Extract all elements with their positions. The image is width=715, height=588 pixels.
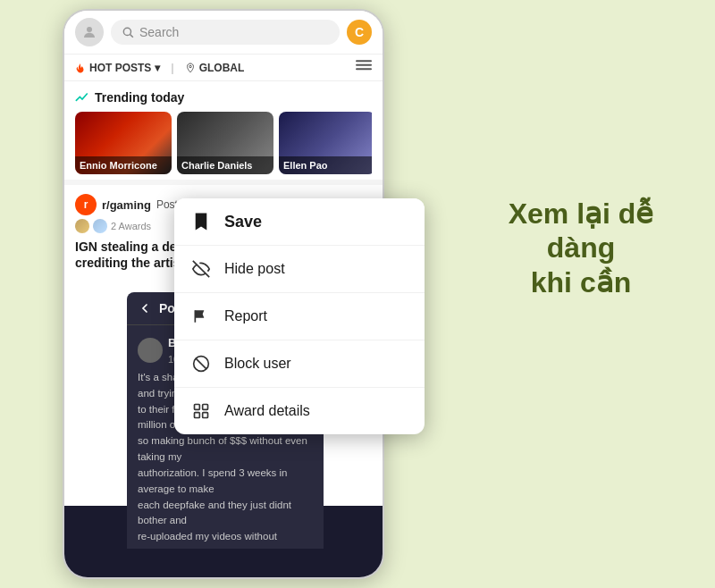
report-icon bbox=[190, 306, 212, 327]
award-details-menu-item[interactable]: Award details bbox=[174, 388, 425, 434]
award-details-label: Award details bbox=[224, 403, 310, 419]
svg-rect-12 bbox=[203, 405, 208, 410]
save-label: Save bbox=[224, 213, 262, 231]
global-label: GLOBAL bbox=[199, 62, 245, 74]
search-placeholder: Search bbox=[139, 25, 179, 39]
fire-icon bbox=[75, 63, 86, 73]
menu-button[interactable] bbox=[356, 60, 372, 75]
svg-point-1 bbox=[123, 28, 130, 35]
user-avatar[interactable] bbox=[75, 18, 104, 46]
block-icon bbox=[190, 353, 212, 374]
hot-posts-label: HOT POSTS bbox=[89, 62, 151, 74]
awards-count: 2 Awards bbox=[111, 221, 151, 231]
trend-card-2[interactable]: Charlie Daniels bbox=[177, 112, 273, 174]
overlay-menu: Save Hide post Report Block user bbox=[174, 198, 425, 434]
search-bar[interactable]: Search bbox=[111, 20, 340, 45]
save-menu-item[interactable]: Save bbox=[174, 198, 425, 246]
nav-bar: HOT POSTS ▾ | GLOBAL bbox=[64, 55, 383, 81]
svg-rect-13 bbox=[203, 413, 208, 418]
svg-point-0 bbox=[87, 27, 92, 32]
coins-button[interactable]: C bbox=[347, 20, 372, 45]
hot-posts-nav[interactable]: HOT POSTS ▾ bbox=[75, 62, 160, 74]
save-icon bbox=[190, 211, 212, 232]
svg-line-2 bbox=[130, 35, 133, 38]
hide-icon bbox=[190, 258, 212, 280]
svg-rect-4 bbox=[356, 60, 372, 62]
svg-line-10 bbox=[196, 358, 206, 369]
trending-section: Trending today Ennio Morricone Charlie D… bbox=[64, 81, 383, 180]
sub-user-avatar bbox=[138, 338, 163, 363]
search-icon bbox=[122, 26, 134, 38]
block-label: Block user bbox=[224, 356, 291, 372]
trending-cards: Ennio Morricone Charlie Daniels Ellen Pa… bbox=[75, 112, 372, 174]
global-nav[interactable]: GLOBAL bbox=[185, 62, 245, 74]
award-icon-1 bbox=[75, 219, 89, 233]
svg-rect-14 bbox=[195, 413, 200, 418]
viet-promo-text: Xem lại dễ dàngkhi cần bbox=[474, 197, 688, 299]
trend-label-2: Charlie Daniels bbox=[177, 156, 273, 174]
location-icon bbox=[185, 63, 196, 73]
trend-card-1[interactable]: Ennio Morricone bbox=[75, 112, 172, 174]
hide-post-menu-item[interactable]: Hide post bbox=[174, 246, 425, 293]
block-user-menu-item[interactable]: Block user bbox=[174, 340, 425, 388]
trend-card-3[interactable]: Ellen Pao bbox=[279, 112, 372, 174]
back-arrow-icon[interactable] bbox=[138, 301, 152, 315]
trending-icon bbox=[75, 90, 89, 105]
subreddit-name: r/gaming bbox=[102, 198, 151, 212]
report-menu-item[interactable]: Report bbox=[174, 293, 425, 340]
award-icon-2 bbox=[93, 219, 107, 233]
svg-rect-5 bbox=[356, 64, 372, 66]
nav-divider: | bbox=[171, 62, 173, 74]
trend-label-1: Ennio Morricone bbox=[75, 156, 172, 174]
trend-label-3: Ellen Pao bbox=[279, 156, 372, 174]
hide-label: Hide post bbox=[224, 261, 285, 277]
report-label: Report bbox=[224, 308, 267, 324]
dropdown-arrow: ▾ bbox=[155, 62, 160, 74]
trending-title: Trending today bbox=[75, 90, 372, 105]
svg-point-3 bbox=[189, 65, 191, 68]
award-icon bbox=[190, 400, 212, 422]
svg-rect-11 bbox=[195, 405, 200, 410]
hamburger-icon bbox=[356, 60, 372, 72]
app-header: Search C bbox=[64, 11, 383, 55]
reddit-icon: r bbox=[75, 194, 97, 215]
svg-rect-6 bbox=[356, 68, 372, 70]
